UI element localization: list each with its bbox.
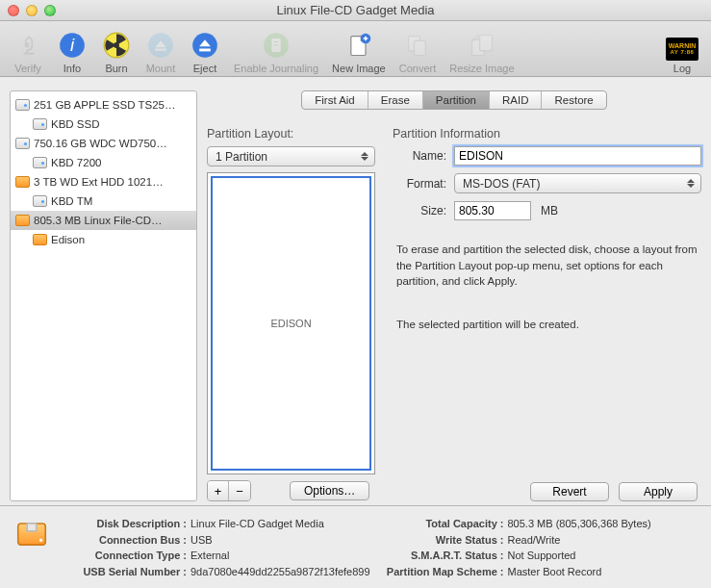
remove-partition-button[interactable]: − [229, 481, 250, 500]
tab-restore[interactable]: Restore [542, 91, 605, 109]
eject-icon [190, 30, 220, 61]
info-button[interactable]: i Info [50, 24, 94, 74]
burn-button[interactable]: Burn [94, 24, 139, 74]
footer-row: Total Capacity :805.3 MB (805,306,368 By… [381, 516, 698, 532]
sidebar-item[interactable]: 251 GB APPLE SSD TS25… [11, 95, 196, 115]
partition-name-input[interactable] [454, 146, 701, 166]
footer-row: Connection Type :External [63, 548, 381, 564]
footer-row: S.M.A.R.T. Status :Not Supported [381, 548, 698, 564]
footer-key: Connection Bus : [63, 532, 187, 549]
enable-journaling-button[interactable]: Enable Journaling [227, 24, 325, 74]
new-image-button[interactable]: New Image [325, 24, 393, 74]
sidebar-item-label: KBD SSD [51, 118, 100, 130]
zoom-window-button[interactable] [44, 5, 56, 16]
options-button[interactable]: Options… [290, 481, 369, 500]
log-button[interactable]: WARNIN AY 7:86 Log [659, 24, 705, 74]
add-partition-button[interactable]: + [208, 481, 229, 500]
sidebar-item[interactable]: KBD 7200 [11, 153, 196, 172]
internal-drive-icon [14, 97, 30, 113]
footer-row: Partition Map Scheme :Master Boot Record [381, 564, 698, 580]
convert-icon [402, 30, 433, 61]
resize-image-button[interactable]: Resize Image [443, 24, 521, 74]
toolbar: Verify i Info Burn Mount Eject Enable Jo… [0, 21, 711, 77]
footer-row: Write Status :Read/Write [381, 532, 698, 549]
sidebar-item[interactable]: 750.16 GB WDC WD750… [11, 134, 196, 153]
name-label: Name: [393, 149, 446, 163]
sidebar-item-label: 251 GB APPLE SSD TS25… [34, 99, 175, 111]
sidebar-item[interactable]: 3 TB WD Ext HDD 1021… [11, 172, 196, 192]
external-drive-icon [14, 174, 30, 190]
internal-drive-icon [32, 116, 47, 132]
svg-point-0 [25, 43, 28, 46]
sidebar-item-label: 3 TB WD Ext HDD 1021… [34, 176, 164, 188]
external-drive-icon [32, 232, 47, 247]
partition-info-heading: Partition Information [393, 127, 701, 141]
journal-icon [261, 30, 292, 61]
tab-erase[interactable]: Erase [368, 91, 423, 109]
sidebar-item-label: 805.3 MB Linux File-CD… [34, 215, 163, 226]
disk-icon [13, 516, 50, 552]
svg-rect-6 [155, 48, 166, 50]
new-image-icon [343, 30, 374, 61]
info-icon: i [57, 30, 88, 61]
footer-key: Partition Map Scheme : [381, 564, 504, 580]
footer-value: External [190, 548, 229, 564]
footer-value: USB [190, 532, 213, 549]
svg-rect-18 [480, 35, 493, 50]
window-title: Linux File-CD Gadget Media [0, 3, 711, 17]
verify-button[interactable]: Verify [6, 24, 50, 74]
sidebar-item[interactable]: KBD SSD [11, 115, 196, 134]
window-controls [8, 5, 56, 16]
footer-key: Write Status : [381, 532, 504, 549]
close-window-button[interactable] [8, 5, 19, 16]
footer-key: Disk Description : [63, 516, 187, 532]
sidebar-item[interactable]: KBD TM [11, 192, 196, 211]
partition-segment[interactable]: EDISON [211, 176, 371, 471]
partition-layout-select[interactable]: 1 Partition [207, 146, 375, 166]
tab-first-aid[interactable]: First Aid [302, 91, 368, 109]
radiation-icon [101, 30, 132, 61]
size-input[interactable] [454, 201, 531, 220]
internal-drive-icon [32, 193, 47, 209]
titlebar: Linux File-CD Gadget Media [0, 0, 711, 21]
microscope-icon [13, 30, 43, 61]
footer-value: 9da7080e449dd2255a9872f13fefe899 [190, 564, 370, 580]
tab-raid[interactable]: RAID [490, 91, 542, 109]
mount-icon [145, 30, 176, 61]
mount-button[interactable]: Mount [139, 24, 183, 74]
convert-button[interactable]: Convert [393, 24, 444, 74]
format-select[interactable]: MS-DOS (FAT) [454, 173, 701, 193]
log-icon: WARNIN AY 7:86 [666, 38, 698, 61]
footer-row: Connection Bus :USB [63, 532, 381, 549]
disk-info-footer: Disk Description :Linux File-CD Gadget M… [0, 505, 711, 587]
format-label: Format: [393, 177, 446, 191]
disk-sidebar[interactable]: 251 GB APPLE SSD TS25…KBD SSD750.16 GB W… [10, 90, 197, 501]
partition-diagram[interactable]: EDISON [207, 172, 375, 474]
instruction-text: To erase and partition the selected disk… [396, 242, 701, 290]
sidebar-item-label: KBD 7200 [51, 157, 101, 168]
footer-key: USB Serial Number : [63, 564, 187, 580]
internal-drive-icon [14, 136, 30, 151]
apply-button[interactable]: Apply [619, 482, 698, 501]
sidebar-item-label: Edison [51, 234, 85, 245]
footer-key: S.M.A.R.T. Status : [381, 548, 504, 564]
sidebar-item-label: KBD TM [51, 195, 92, 207]
resize-icon [467, 30, 497, 61]
svg-point-21 [39, 539, 42, 542]
sidebar-item[interactable]: 805.3 MB Linux File-CD… [11, 211, 196, 230]
size-label: Size: [393, 204, 446, 217]
footer-value: Not Supported [508, 548, 576, 564]
eject-button[interactable]: Eject [183, 24, 227, 74]
size-unit: MB [541, 204, 558, 217]
status-text: The selected partition will be created. [396, 319, 701, 330]
footer-row: USB Serial Number :9da7080e449dd2255a987… [63, 564, 381, 580]
svg-rect-20 [27, 524, 37, 531]
minimize-window-button[interactable] [26, 5, 38, 16]
partition-layout-heading: Partition Layout: [207, 127, 375, 141]
svg-point-4 [114, 42, 119, 48]
tab-partition[interactable]: Partition [423, 91, 490, 109]
sidebar-item[interactable]: Edison [11, 230, 196, 249]
footer-value: 805.3 MB (805,306,368 Bytes) [508, 516, 651, 532]
revert-button[interactable]: Revert [530, 482, 609, 501]
footer-value: Read/Write [508, 532, 561, 549]
